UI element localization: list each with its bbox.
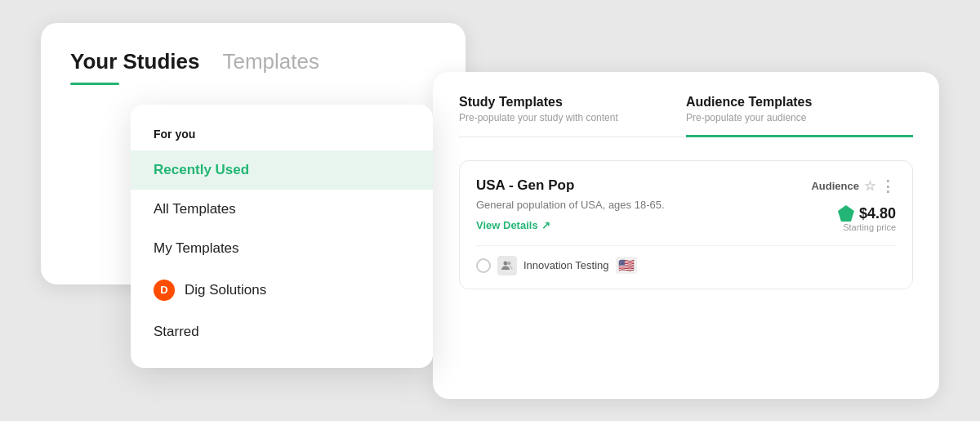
templates-panel: Study Templates Pre-populate your study …	[433, 72, 939, 399]
price-amount: $4.80	[859, 205, 896, 222]
study-templates-tab[interactable]: Study Templates Pre-populate your study …	[459, 95, 686, 137]
dropdown-item-dig-solutions[interactable]: D Dig Solutions	[131, 268, 433, 312]
studies-title: Your Studies	[70, 49, 199, 74]
audience-badge: Audience ☆ ⋮	[811, 177, 896, 195]
dropdown-item-recently-used[interactable]: Recently Used	[131, 150, 433, 190]
dig-icon: D	[154, 280, 175, 301]
view-details-link[interactable]: View Details ↗	[476, 219, 665, 231]
price-block: $4.80 Starting price	[838, 205, 896, 232]
audience-tab-subtitle: Pre-populate your audience	[686, 112, 913, 123]
template-card-right: Audience ☆ ⋮ $4.80 Starting price	[811, 177, 896, 232]
radio-button[interactable]	[476, 258, 491, 273]
dropdown-item-my-templates[interactable]: My Templates	[131, 229, 433, 268]
audience-templates-tab[interactable]: Audience Templates Pre-populate your aud…	[686, 95, 913, 137]
svg-point-1	[508, 262, 511, 265]
all-templates-label: All Templates	[154, 201, 236, 217]
study-tab-title: Study Templates	[459, 95, 686, 110]
more-icon[interactable]: ⋮	[880, 177, 896, 195]
studies-header: Your Studies Templates	[70, 49, 436, 74]
template-card-usa: USA - Gen Pop General population of USA,…	[459, 160, 913, 289]
template-name: USA - Gen Pop	[476, 177, 665, 194]
price-subtitle: Starting price	[843, 222, 896, 232]
price-value: $4.80	[838, 205, 896, 222]
recently-used-label: Recently Used	[154, 162, 249, 178]
dropdown-menu: For you Recently Used All Templates My T…	[131, 105, 433, 368]
arrow-icon: ↗	[541, 219, 550, 231]
template-card-bottom: Innovation Testing 🇺🇸	[476, 245, 896, 275]
innovation-label: Innovation Testing	[523, 259, 609, 271]
starred-label: Starred	[154, 324, 199, 340]
svg-point-0	[504, 261, 508, 265]
dig-solutions-label: Dig Solutions	[185, 282, 266, 298]
active-tab-underline	[70, 83, 119, 85]
view-details-text: View Details	[476, 219, 538, 231]
templates-tab[interactable]: Templates	[222, 49, 319, 74]
gem-icon	[838, 205, 854, 222]
innovation-row: Innovation Testing 🇺🇸	[476, 256, 637, 275]
user-group-icon	[497, 256, 517, 275]
template-desc: General population of USA, ages 18-65.	[476, 199, 665, 211]
study-tab-subtitle: Pre-populate your study with content	[459, 112, 686, 123]
my-templates-label: My Templates	[154, 240, 239, 257]
audience-badge-label: Audience	[811, 180, 859, 192]
star-icon[interactable]: ☆	[864, 178, 875, 194]
dropdown-item-starred[interactable]: Starred	[131, 312, 433, 352]
audience-tab-title: Audience Templates	[686, 95, 913, 110]
flag-icon: 🇺🇸	[616, 257, 637, 274]
templates-header: Study Templates Pre-populate your study …	[459, 95, 913, 137]
template-card-left: USA - Gen Pop General population of USA,…	[476, 177, 665, 231]
tab-underline-row	[70, 83, 436, 85]
dropdown-section-label: For you	[131, 121, 433, 150]
template-card-top: USA - Gen Pop General population of USA,…	[476, 177, 896, 232]
dropdown-item-all-templates[interactable]: All Templates	[131, 190, 433, 229]
